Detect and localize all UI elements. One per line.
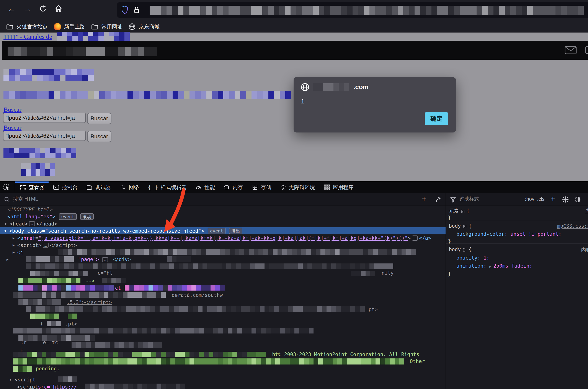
filter-styles-input[interactable] (459, 196, 512, 202)
event-badge[interactable]: event (59, 213, 77, 220)
contrast-icon[interactable] (574, 196, 581, 203)
light-theme-icon[interactable] (562, 196, 569, 203)
buscar-link[interactable]: Buscar (3, 106, 22, 113)
redacted-text-blur (167, 256, 195, 262)
event-badge[interactable]: event (208, 228, 225, 234)
redacted-text-blur (351, 271, 379, 276)
reload-button[interactable] (38, 4, 48, 13)
tab-style-editor[interactable]: { } 样式编辑器 (144, 182, 191, 193)
redacted-text-blur (13, 366, 34, 372)
rule-source-link[interactable]: mpCSS.css:5 (557, 223, 588, 229)
expand-twisty[interactable]: ▶ (0, 222, 10, 226)
comment-fragment: ht© 2003-2023 MotionPoint Corporation. A… (272, 352, 419, 357)
overflow-badge[interactable]: 溢出 (229, 228, 242, 234)
ok-button[interactable]: 确定 (425, 112, 448, 125)
pseudo-class-toggle[interactable]: :hov (525, 196, 534, 202)
panel-splitter[interactable] (446, 193, 446, 389)
redacted-text-blur (13, 292, 169, 298)
markup-head-node[interactable]: ▶ <head>…</head> (0, 220, 57, 227)
markup-body-node-selected[interactable]: ▼ <body class="search search-no-results … (0, 227, 446, 234)
search-html-input[interactable] (13, 196, 209, 202)
eyedropper-icon[interactable] (434, 196, 441, 203)
css-declaration[interactable]: opacity: 1; (456, 255, 489, 261)
search-query-input[interactable] (3, 113, 86, 123)
bookmark-jd[interactable]: 京东商城 (128, 23, 159, 30)
ellipsis-chip[interactable]: … (43, 243, 49, 248)
redacted-text-blur (58, 376, 78, 382)
ellipsis-chip[interactable]: … (29, 221, 35, 226)
rule-selector[interactable]: body{ (449, 223, 472, 229)
css-declaration[interactable]: background-color: unset !important; (456, 231, 561, 237)
code-fragment: c="ht (97, 270, 113, 276)
tab-performance[interactable]: 性能 (191, 182, 219, 193)
ellipsis-chip[interactable]: … (412, 235, 418, 241)
forward-button[interactable]: → (23, 4, 32, 13)
tab-inspector[interactable]: 查看器 (15, 182, 49, 193)
tab-console[interactable]: 控制台 (49, 182, 82, 193)
console-icon (53, 184, 60, 191)
expand-twisty[interactable]: ▶ (0, 378, 15, 382)
redacted-text-blur (47, 321, 62, 326)
search-query-input[interactable] (3, 131, 86, 141)
class-toggle[interactable]: .cls (537, 196, 545, 202)
redacted-text-blur (85, 384, 187, 389)
screenshot-root: ← → 火狐官方站点 新手上路 (0, 0, 588, 389)
tab-accessibility[interactable]: 无障碍环境 (276, 182, 319, 193)
search-icon (4, 196, 10, 203)
inspector-icon (20, 184, 26, 191)
tab-memory[interactable]: 内存 (219, 182, 248, 193)
markup-script-src-node[interactable]: <script src="https:// (0, 383, 77, 389)
home-button[interactable] (54, 4, 63, 13)
markup-html-node[interactable]: <html lang="es"> event 滚动 (0, 213, 94, 220)
rule-selector[interactable]: 元素{ (449, 207, 470, 214)
code-fragment: ( (40, 321, 43, 326)
pick-element-button[interactable] (0, 182, 13, 193)
redacted-text-blur (57, 32, 133, 41)
filter-icon (450, 197, 456, 203)
buscar-button[interactable]: Buscar (87, 131, 111, 142)
buscar-button[interactable]: Buscar (87, 113, 111, 124)
redacted-text-blur (313, 83, 351, 91)
tab-network[interactable]: 网络 (115, 182, 144, 193)
bookmark-folder-common-sites[interactable]: 常用网址 (91, 23, 122, 30)
redacted-text-blur (72, 342, 165, 348)
add-rule-button[interactable]: + (551, 194, 555, 203)
folder-icon (6, 23, 13, 30)
css-declaration[interactable]: animation: ▶250ms fadein; (456, 263, 532, 269)
redacted-text-blur (21, 163, 58, 176)
add-node-button[interactable]: + (422, 194, 426, 203)
markup-redacted-node[interactable]: ▶ <j (0, 249, 23, 256)
rule-source-link[interactable]: 内联 (581, 247, 588, 253)
scroll-badge[interactable]: 滚动 (80, 213, 94, 220)
markup-script-node[interactable]: ▶ <script>…</script> (0, 242, 77, 249)
expand-twisty[interactable]: ▶ (489, 265, 493, 268)
markup-script-node[interactable]: ▶ <script (0, 376, 35, 383)
clipped-icon (585, 46, 588, 55)
rule-selector[interactable]: body{ (449, 247, 472, 252)
expand-twisty[interactable]: ▶ (0, 243, 17, 247)
redacted-text-blur (8, 47, 159, 56)
collapse-twisty[interactable]: ▼ (0, 229, 9, 233)
page-heading-link[interactable]: 1111" - Canales de (3, 33, 52, 40)
expand-twisty[interactable]: ▶ (0, 257, 11, 261)
bookmark-label: 京东商城 (139, 23, 159, 30)
bookmark-getting-started[interactable]: 新手上路 (54, 23, 85, 30)
markup-doctype[interactable]: <!DOCTYPE html> (0, 206, 53, 213)
markup-redacted-node[interactable]: ▶ (0, 256, 11, 263)
tab-storage[interactable]: 存储 (248, 182, 276, 193)
buscar-link[interactable]: Buscar (3, 124, 22, 131)
bookmark-folder-firefox-official[interactable]: 火狐官方站点 (6, 23, 48, 30)
markup-anchor-node[interactable]: ▶ <a href="ja vascript:k='',a=!k+k,f=!a+… (0, 234, 431, 242)
rule-dots-icon (463, 225, 466, 228)
bookmark-label: 常用网址 (101, 23, 122, 30)
redacted-text-blur (13, 358, 408, 364)
tab-debugger[interactable]: 调试器 (82, 182, 115, 193)
tab-application[interactable]: 应用程序 (319, 182, 358, 193)
tracking-shield-icon[interactable] (121, 5, 128, 15)
application-icon (324, 184, 330, 191)
rule-source-link[interactable]: 内联 (586, 207, 588, 214)
expand-twisty[interactable]: ▶ (0, 236, 17, 240)
expand-twisty[interactable]: ▶ (0, 250, 17, 254)
back-button[interactable]: ← (7, 4, 16, 13)
lock-icon[interactable] (133, 6, 140, 14)
